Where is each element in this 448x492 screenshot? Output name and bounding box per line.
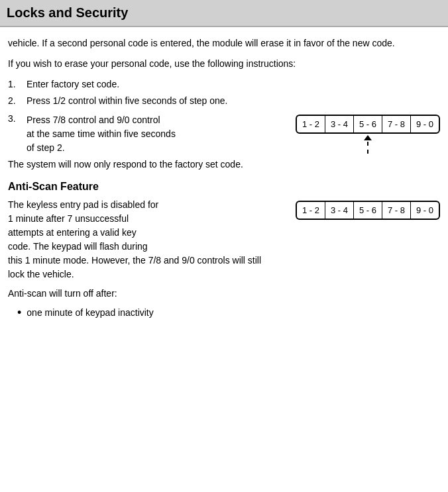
keypad-2-btn-1: 1 - 2 bbox=[297, 202, 325, 219]
keypad-2-btn-2: 3 - 4 bbox=[325, 202, 354, 219]
step-3-text: Press 7/8 control and 9/0 controlat the … bbox=[27, 113, 285, 155]
bullet-dot-icon: • bbox=[17, 306, 21, 320]
keypad-1-btn-1: 1 - 2 bbox=[297, 116, 325, 132]
intro-paragraph-2: If you wish to erase your personal code,… bbox=[8, 57, 440, 71]
keypad-2-btn-5: 9 - 0 bbox=[411, 202, 439, 219]
step-2-text: Press 1/2 control within five seconds of… bbox=[27, 94, 228, 108]
keypad-1: 1 - 2 3 - 4 5 - 6 7 - 8 9 - 0 bbox=[296, 115, 440, 134]
anti-scan-paragraph: The keyless entry pad is disabled for 1 … bbox=[8, 198, 285, 281]
keypad-2: 1 - 2 3 - 4 5 - 6 7 - 8 9 - 0 bbox=[296, 201, 440, 220]
step-2: 2. Press 1/2 control within five seconds… bbox=[8, 94, 440, 108]
anti-scan-wrapper: The keyless entry pad is disabled for 1 … bbox=[8, 198, 440, 281]
keypad-2-btn-4: 7 - 8 bbox=[382, 202, 411, 219]
keypad-arrow bbox=[364, 135, 372, 154]
after-step3-text: The system will now only respond to the … bbox=[8, 158, 440, 172]
keypad-1-btn-5: 9 - 0 bbox=[411, 116, 439, 132]
bullet-item-1-text: one minute of keypad inactivity bbox=[27, 306, 153, 320]
page-header: Locks and Security bbox=[0, 0, 448, 27]
keypad-2-btn-3: 5 - 6 bbox=[354, 202, 382, 219]
page-content: vehicle. If a second personal code is en… bbox=[0, 27, 448, 331]
keypad-1-btn-3: 5 - 6 bbox=[354, 116, 382, 132]
intro-paragraph-1: vehicle. If a second personal code is en… bbox=[8, 36, 440, 50]
page-title: Locks and Security bbox=[7, 5, 441, 21]
steps-list: 1. Enter factory set code. 2. Press 1/2 … bbox=[8, 77, 440, 108]
anti-scan-heading: Anti-Scan Feature bbox=[8, 181, 440, 193]
keypad-1-btn-4: 7 - 8 bbox=[382, 116, 411, 132]
step-1-text: Enter factory set code. bbox=[27, 77, 119, 91]
keypad-1-btn-2: 3 - 4 bbox=[325, 116, 354, 132]
keypad-1-wrapper: 1 - 2 3 - 4 5 - 6 7 - 8 9 - 0 bbox=[296, 115, 440, 154]
anti-scan-after-text: Anti-scan will turn off after: bbox=[8, 287, 440, 301]
step-2-num: 2. bbox=[8, 94, 27, 108]
arrow-head-icon bbox=[364, 135, 372, 140]
bullet-item-1: • one minute of keypad inactivity bbox=[17, 306, 440, 320]
bullet-list: • one minute of keypad inactivity bbox=[17, 306, 440, 320]
keypad-2-wrapper: 1 - 2 3 - 4 5 - 6 7 - 8 9 - 0 bbox=[296, 201, 440, 220]
arrow-line bbox=[367, 142, 368, 154]
step-1: 1. Enter factory set code. bbox=[8, 77, 440, 91]
step-1-num: 1. bbox=[8, 77, 27, 91]
step-3-wrapper: 3. Press 7/8 control and 9/0 controlat t… bbox=[8, 113, 440, 155]
step-3-num: 3. bbox=[8, 113, 27, 124]
